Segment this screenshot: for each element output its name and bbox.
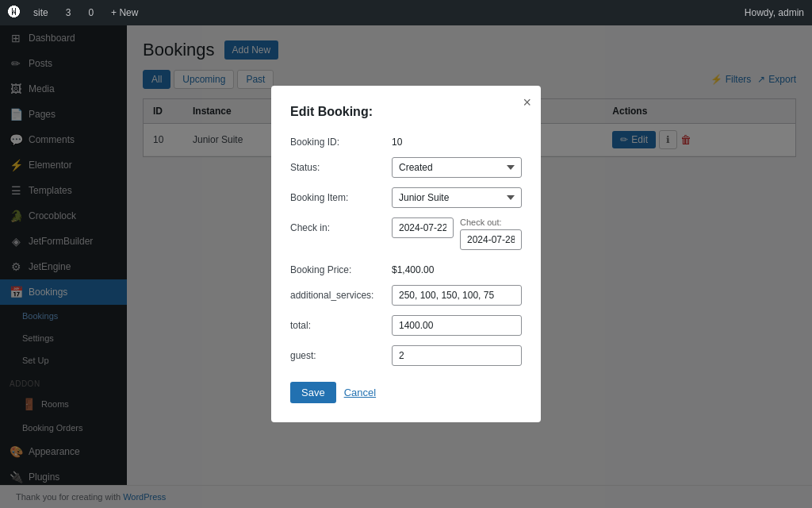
additional-services-field[interactable] (392, 285, 522, 306)
booking-item-label: Booking Item: (290, 187, 385, 203)
save-button[interactable]: Save (290, 382, 336, 403)
guest-input[interactable] (392, 345, 522, 366)
status-select[interactable]: Created Pending Confirmed Cancelled (392, 157, 522, 178)
status-field[interactable]: Created Pending Confirmed Cancelled (392, 157, 522, 178)
status-label: Status: (290, 157, 385, 173)
check-out-label: Check out: (460, 217, 522, 227)
main-content: Bookings Add New All Upcoming Past ⚡ Fil… (127, 25, 812, 485)
total-label: total: (290, 315, 385, 331)
additional-services-input[interactable] (392, 285, 522, 306)
form-row-booking-item: Booking Item: Junior Suite Standard Room… (290, 187, 522, 208)
form-row-booking-id: Booking ID: 10 (290, 132, 522, 148)
modal-overlay[interactable]: × Edit Booking: Booking ID: 10 Status: C… (127, 25, 812, 485)
booking-item-select[interactable]: Junior Suite Standard Room Deluxe Suite (392, 187, 522, 208)
check-in-input[interactable] (392, 217, 454, 238)
form-row-guest: guest: (290, 345, 522, 366)
form-row-additional-services: additional_services: (290, 285, 522, 306)
guest-field[interactable] (392, 345, 522, 366)
new-content-btn[interactable]: + New (106, 7, 143, 18)
comments-badge[interactable]: 0 (83, 7, 98, 18)
form-row-total: total: (290, 315, 522, 336)
booking-id-value: 10 (392, 132, 402, 148)
notifications-badge[interactable]: 3 (61, 7, 76, 18)
wp-logo-icon: 🅦 (8, 6, 21, 20)
guest-label: guest: (290, 345, 385, 361)
modal-actions: Save Cancel (290, 382, 522, 403)
additional-services-label: additional_services: (290, 285, 385, 301)
total-input[interactable] (392, 315, 522, 336)
site-link[interactable]: site (29, 7, 53, 18)
dates-field: Check out: (392, 217, 522, 250)
form-row-booking-price: Booking Price: $1,400.00 (290, 260, 522, 275)
booking-price-value: $1,400.00 (392, 260, 434, 275)
form-row-status: Status: Created Pending Confirmed Cancel… (290, 157, 522, 178)
admin-bar: 🅦 site 3 0 + New Howdy, admin (0, 0, 812, 25)
form-row-dates: Check in: Check out: (290, 217, 522, 250)
date-row: Check out: (392, 217, 522, 250)
check-in-label: Check in: (290, 217, 385, 233)
cancel-button[interactable]: Cancel (344, 382, 376, 403)
check-in-group (392, 217, 454, 250)
check-out-group: Check out: (460, 217, 522, 250)
booking-item-field[interactable]: Junior Suite Standard Room Deluxe Suite (392, 187, 522, 208)
booking-id-label: Booking ID: (290, 132, 385, 148)
check-out-input[interactable] (460, 229, 522, 250)
howdy-label: Howdy, admin (745, 7, 804, 18)
modal-title: Edit Booking: (290, 105, 522, 119)
total-field[interactable] (392, 315, 522, 336)
booking-price-label: Booking Price: (290, 260, 385, 275)
modal-close-button[interactable]: × (523, 95, 531, 110)
edit-booking-modal: × Edit Booking: Booking ID: 10 Status: C… (271, 86, 541, 422)
